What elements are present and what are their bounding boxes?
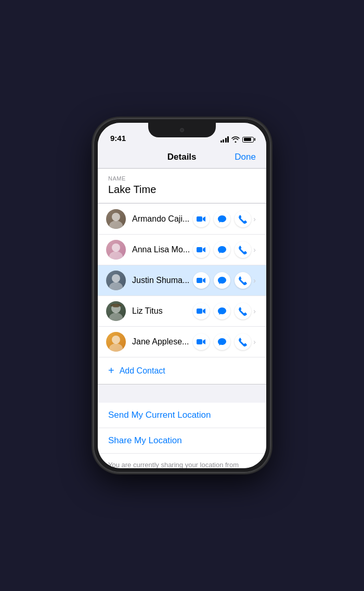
share-location-button[interactable]: Share My Location	[98, 428, 266, 454]
send-current-location-button[interactable]: Send My Current Location	[98, 403, 266, 428]
battery-icon	[242, 137, 254, 143]
svg-point-0	[112, 213, 120, 221]
video-call-button-liz[interactable]	[193, 303, 210, 319]
signal-icon	[220, 136, 229, 143]
share-location-label: Share My Location	[108, 435, 182, 445]
svg-point-14	[112, 336, 120, 344]
avatar-anna	[106, 240, 126, 260]
svg-rect-5	[197, 247, 202, 252]
video-call-button-armando[interactable]	[193, 211, 210, 227]
navigation-bar: Details Done	[98, 146, 266, 169]
contact-name-justin: Justin Shuma...	[132, 276, 193, 285]
svg-point-3	[112, 243, 120, 252]
location-section: Send My Current Location Share My Locati…	[98, 403, 266, 468]
location-desc-text: You are currently sharing your location …	[108, 461, 239, 468]
contact-actions-anna	[193, 241, 251, 258]
chevron-icon-jane: ›	[253, 338, 256, 346]
avatar-jane	[106, 332, 126, 352]
chevron-icon-liz: ›	[253, 307, 256, 315]
svg-point-4	[109, 251, 123, 260]
contact-actions-liz	[193, 303, 251, 319]
svg-point-10	[109, 313, 123, 321]
phone-call-button-jane[interactable]	[235, 333, 251, 350]
message-button-justin[interactable]	[214, 272, 230, 289]
contact-name-armando: Armando Caji...	[132, 214, 193, 224]
svg-point-7	[109, 282, 123, 290]
phone-screen: 9:41 Details	[98, 123, 266, 468]
add-contact-button[interactable]: + Add Contact	[98, 357, 266, 384]
done-button[interactable]: Done	[235, 152, 256, 162]
phone-call-button-anna[interactable]	[235, 241, 251, 258]
phone-call-button-justin[interactable]	[235, 272, 251, 289]
status-icons	[220, 136, 254, 143]
location-desc-part1: You are currently sharing your location …	[108, 461, 239, 468]
contact-name-jane: Jane Applese...	[132, 337, 193, 346]
svg-point-15	[109, 343, 123, 352]
content-area: NAME Lake Time Armando Caji...	[98, 169, 266, 468]
svg-rect-12	[113, 304, 119, 307]
contact-row-liz[interactable]: Liz Titus	[98, 296, 266, 327]
svg-rect-8	[197, 278, 202, 283]
contact-name-anna: Anna Lisa Mo...	[132, 245, 193, 254]
avatar-justin	[106, 271, 126, 290]
video-call-button-justin[interactable]	[193, 272, 210, 289]
chevron-icon-justin: ›	[253, 276, 256, 285]
contact-row-anna[interactable]: Anna Lisa Mo...	[98, 235, 266, 265]
message-button-armando[interactable]	[214, 211, 230, 227]
contact-actions-jane	[193, 333, 251, 350]
phone-device: 9:41 Details	[94, 119, 270, 472]
chevron-icon-armando: ›	[253, 215, 256, 223]
send-current-location-label: Send My Current Location	[108, 410, 211, 420]
message-button-anna[interactable]	[214, 241, 230, 258]
contact-row-justin[interactable]: Justin Shuma...	[98, 265, 266, 296]
avatar-liz	[106, 301, 126, 321]
contact-row-jane[interactable]: Jane Applese...	[98, 327, 266, 357]
video-call-button-jane[interactable]	[193, 333, 210, 350]
svg-rect-2	[197, 216, 202, 222]
avatar-armando	[106, 209, 126, 229]
nav-title: Details	[167, 152, 197, 162]
contacts-list: Armando Caji...	[98, 204, 266, 357]
status-time: 9:41	[110, 134, 126, 143]
section-gap-1	[98, 384, 266, 403]
phone-call-button-liz[interactable]	[235, 303, 251, 319]
svg-rect-16	[197, 339, 202, 344]
group-name: Lake Time	[108, 184, 256, 196]
contact-actions-justin	[193, 272, 251, 289]
contact-actions-armando	[193, 211, 251, 227]
name-section: NAME Lake Time	[98, 169, 266, 203]
location-description: You are currently sharing your location …	[98, 454, 266, 468]
camera-dot	[180, 128, 184, 132]
svg-rect-13	[197, 309, 202, 314]
contact-row-armando[interactable]: Armando Caji...	[98, 204, 266, 235]
add-icon: +	[108, 365, 114, 377]
contact-name-liz: Liz Titus	[132, 306, 193, 316]
svg-point-1	[109, 221, 123, 229]
add-contact-label: Add Contact	[120, 366, 165, 376]
chevron-icon-anna: ›	[253, 246, 256, 254]
message-button-jane[interactable]	[214, 333, 230, 350]
video-call-button-anna[interactable]	[193, 241, 210, 258]
message-button-liz[interactable]	[214, 303, 230, 319]
wifi-icon	[231, 136, 240, 143]
phone-call-button-armando[interactable]	[235, 211, 251, 227]
name-field-label: NAME	[108, 175, 256, 182]
svg-point-6	[112, 274, 120, 282]
notch	[148, 123, 216, 137]
